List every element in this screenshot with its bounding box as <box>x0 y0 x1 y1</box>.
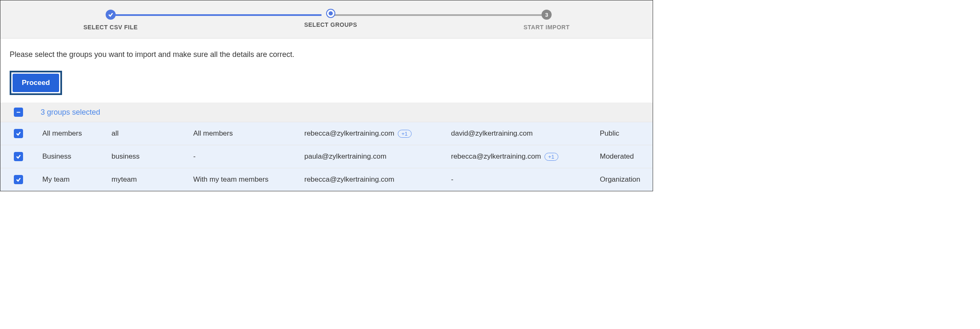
row-checkbox[interactable] <box>14 152 23 161</box>
select-all-checkbox[interactable] <box>14 108 23 117</box>
table-row[interactable]: All members all All members rebecca@zylk… <box>0 122 653 145</box>
proceed-highlight: Proceed <box>10 71 62 95</box>
more-badge[interactable]: +1 <box>398 130 412 138</box>
group-email-2: rebecca@zylkertraining.com <box>451 152 541 161</box>
group-name: Business <box>42 152 111 161</box>
group-alias: all <box>111 129 193 138</box>
groups-table: 3 groups selected All members all All me… <box>0 103 653 191</box>
group-alias: business <box>111 152 193 161</box>
group-description: With my team members <box>193 175 304 184</box>
row-checkbox[interactable] <box>14 175 23 184</box>
instruction-text: Please select the groups you want to imp… <box>10 50 643 59</box>
group-alias: myteam <box>111 175 193 184</box>
stepper-bar: SELECT CSV FILE SELECT GROUPS 3 START IM… <box>0 0 653 39</box>
group-description: - <box>193 152 304 161</box>
group-access: Public <box>600 129 653 138</box>
group-email-1: rebecca@zylkertraining.com <box>304 175 394 184</box>
group-email-2: - <box>451 175 454 184</box>
step-label: SELECT CSV FILE <box>83 24 138 31</box>
group-email-1: paula@zylkertraining.com <box>304 152 386 161</box>
current-step-icon <box>327 10 334 17</box>
group-access: Organization <box>600 175 653 184</box>
step-select-groups[interactable]: SELECT GROUPS <box>304 10 357 28</box>
table-row[interactable]: My team myteam With my team members rebe… <box>0 168 653 191</box>
row-checkbox[interactable] <box>14 129 23 138</box>
stepper: SELECT CSV FILE SELECT GROUPS 3 START IM… <box>75 10 578 31</box>
group-email-2: david@zylkertraining.com <box>451 129 533 138</box>
step-start-import[interactable]: 3 START IMPORT <box>524 10 570 31</box>
step-connector-active <box>109 14 321 16</box>
table-row[interactable]: Business business - paula@zylkertraining… <box>0 145 653 168</box>
svg-rect-0 <box>17 112 21 113</box>
pending-step-icon: 3 <box>542 10 552 20</box>
table-header-row: 3 groups selected <box>0 103 653 122</box>
selected-count-text: 3 groups selected <box>41 108 100 117</box>
group-name: All members <box>42 129 111 138</box>
more-badge[interactable]: +1 <box>544 153 558 161</box>
group-email-1: rebecca@zylkertraining.com <box>304 129 394 138</box>
content-area: Please select the groups you want to imp… <box>0 39 653 103</box>
step-label: SELECT GROUPS <box>304 21 357 28</box>
group-description: All members <box>193 129 304 138</box>
proceed-button[interactable]: Proceed <box>13 74 59 92</box>
group-access: Moderated <box>600 152 653 161</box>
step-label: START IMPORT <box>524 24 570 31</box>
check-icon <box>106 10 116 20</box>
group-name: My team <box>42 175 111 184</box>
step-connector-inactive <box>332 14 544 16</box>
step-select-csv[interactable]: SELECT CSV FILE <box>83 10 138 31</box>
import-groups-wizard: SELECT CSV FILE SELECT GROUPS 3 START IM… <box>0 0 653 191</box>
